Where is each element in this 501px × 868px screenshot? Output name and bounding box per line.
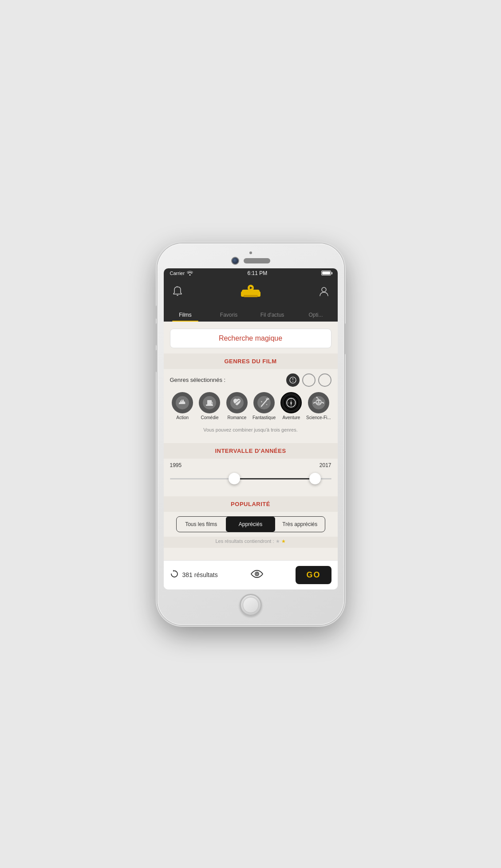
carrier-label: Carrier — [170, 271, 185, 276]
svg-point-6 — [322, 287, 326, 292]
volume-silent-button[interactable] — [156, 306, 158, 319]
genres-hint: Vous pouvez combiner jusqu'à trois genre… — [170, 424, 331, 434]
svg-text:✦: ✦ — [260, 401, 263, 403]
svg-point-38 — [316, 397, 317, 398]
scifi-icon — [308, 392, 329, 413]
refresh-icon[interactable] — [170, 570, 179, 580]
svg-text:✦: ✦ — [266, 403, 268, 406]
slider-track — [170, 478, 331, 479]
popularity-section: POPULARITÉ Tous les films Appréciés Très… — [164, 496, 338, 552]
svg-point-35 — [316, 401, 318, 403]
camera-row — [231, 257, 270, 265]
slider-container — [164, 470, 338, 492]
genre-slot-1[interactable] — [286, 373, 300, 387]
popularity-buttons: Tous les films Appréciés Très appréciés — [176, 516, 325, 532]
popularity-title: POPULARITÉ — [164, 496, 338, 512]
pop-btn-appr[interactable]: Appréciés — [226, 517, 275, 532]
genre-slots — [286, 373, 331, 387]
year-end: 2017 — [320, 462, 331, 468]
genres-grid: Action — [170, 392, 331, 420]
results-section: 381 résultats — [170, 570, 218, 580]
genres-selected-label: Genres sélectionnés : — [170, 377, 226, 383]
pop-btn-tous[interactable]: Tous les films — [177, 517, 226, 532]
app-logo — [239, 282, 262, 304]
genre-item-comedie[interactable]: Comédie — [197, 392, 222, 420]
action-label: Action — [176, 415, 189, 420]
stars-row: Les résultats contiendront : ★ ★ — [164, 537, 338, 548]
slider-thumb-right[interactable] — [309, 473, 321, 484]
scifi-label: Science-Fi... — [306, 415, 331, 420]
status-right — [321, 271, 331, 275]
user-icon[interactable] — [319, 286, 329, 299]
genre-item-scifi[interactable]: Science-Fi... — [306, 392, 331, 420]
genre-item-romance[interactable]: Romance — [224, 392, 249, 420]
svg-rect-13 — [206, 405, 213, 406]
pop-btn-tres[interactable]: Très appréciés — [275, 517, 324, 532]
svg-text:S: S — [291, 405, 292, 408]
stars-label: Les résultats contiendront : — [215, 538, 274, 544]
fantastique-label: Fantastique — [252, 415, 276, 420]
results-text: 381 résultats — [182, 571, 218, 578]
genres-body: Genres sélectionnés : — [164, 369, 338, 439]
nav-bar — [164, 278, 338, 308]
svg-text:W: W — [287, 401, 289, 404]
battery-fill — [322, 271, 330, 275]
tab-films[interactable]: Films — [164, 308, 207, 322]
genre-item-fantastique[interactable]: ✦ ✦ Fantastique — [251, 392, 276, 420]
genre-item-aventure[interactable]: N S E W Aventure — [279, 392, 304, 420]
genre-slot-2[interactable] — [302, 373, 316, 387]
bottom-bar: 381 résultats GO — [164, 560, 338, 589]
svg-marker-39 — [173, 570, 174, 572]
home-button-inner — [243, 597, 259, 613]
year-start: 1995 — [170, 462, 182, 468]
romance-label: Romance — [227, 415, 246, 420]
aventure-label: Aventure — [283, 415, 300, 420]
go-button[interactable]: GO — [296, 566, 331, 584]
earpiece — [244, 258, 270, 263]
main-content: Recherche magique GENRES DU FILM Genres … — [164, 322, 338, 560]
tab-fil[interactable]: Fil d'actus — [251, 308, 294, 322]
star-filled-icon: ★ — [281, 538, 286, 544]
svg-marker-8 — [292, 378, 293, 380]
home-button[interactable] — [240, 594, 262, 616]
power-button[interactable] — [344, 323, 346, 354]
genre-slot-3[interactable] — [318, 373, 331, 387]
top-sensor — [249, 251, 252, 254]
tab-options[interactable]: Opti... — [294, 308, 338, 322]
fantastique-icon: ✦ ✦ — [253, 392, 275, 413]
search-magic-button[interactable]: Recherche magique — [170, 329, 331, 348]
genres-title: GENRES DU FILM — [164, 353, 338, 369]
year-row: 1995 2017 — [164, 459, 338, 470]
status-time: 6:11 PM — [247, 270, 267, 276]
comedie-label: Comédie — [201, 415, 218, 420]
tabs-bar: Films Favoris Fil d'actus Opti... — [164, 308, 338, 322]
status-bar: Carrier 6:11 PM — [164, 268, 338, 278]
tab-favoris[interactable]: Favoris — [207, 308, 251, 322]
genre-item-action[interactable]: Action — [170, 392, 195, 420]
wifi-icon — [187, 270, 193, 276]
svg-point-36 — [319, 401, 321, 403]
svg-text:E: E — [294, 401, 296, 404]
svg-marker-9 — [292, 381, 293, 382]
volume-up-button[interactable] — [156, 323, 158, 346]
volume-down-button[interactable] — [156, 350, 158, 372]
phone-screen: Carrier 6:11 PM — [164, 268, 338, 589]
slider-fill — [234, 478, 315, 479]
search-section: Recherche magique — [164, 322, 338, 353]
svg-rect-3 — [244, 295, 258, 297]
svg-point-41 — [256, 573, 258, 575]
slider-thumb-left[interactable] — [229, 473, 240, 484]
bell-icon[interactable] — [173, 286, 182, 299]
svg-point-34 — [316, 399, 322, 405]
battery-icon — [321, 271, 331, 275]
status-left: Carrier — [170, 270, 193, 276]
svg-text:N: N — [291, 397, 292, 399]
interval-title: INTERVALLE D'ANNÉES — [164, 443, 338, 459]
genres-selected-row: Genres sélectionnés : — [170, 373, 331, 387]
star-empty-icon: ★ — [276, 538, 280, 544]
aventure-icon: N S E W — [280, 392, 302, 413]
genres-section: GENRES DU FILM Genres sélectionnés : — [164, 353, 338, 443]
comedie-icon — [199, 392, 220, 413]
interval-section: INTERVALLE D'ANNÉES 1995 2017 — [164, 443, 338, 496]
eye-icon[interactable] — [251, 570, 263, 581]
